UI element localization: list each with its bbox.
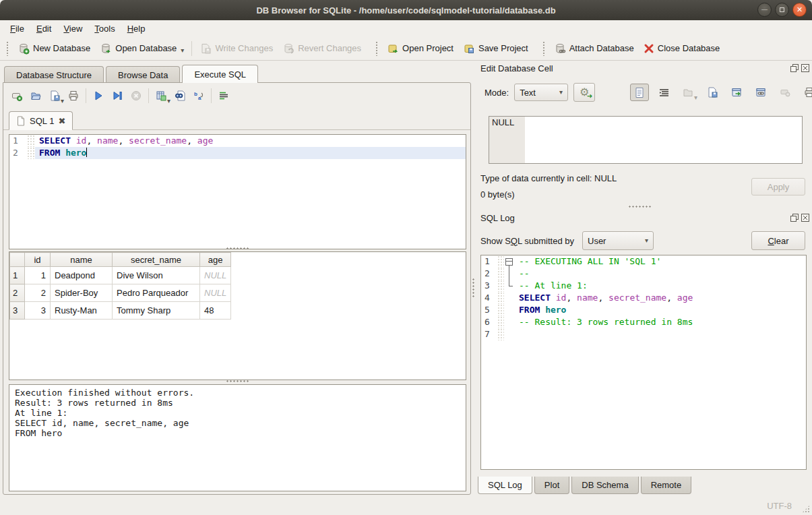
save-project-button[interactable]: Save Project <box>458 40 533 57</box>
resize-grip[interactable] <box>802 505 810 513</box>
tab-browse-data[interactable]: Browse Data <box>106 66 180 83</box>
panel-splitter-handle[interactable] <box>472 278 475 298</box>
sql-tab[interactable]: SQL 1 ✖ <box>9 111 73 130</box>
save-results-button[interactable]: ▾ <box>152 87 170 104</box>
table-cell[interactable]: 3 <box>25 302 51 320</box>
execute-all-button[interactable] <box>89 87 108 104</box>
code-line[interactable]: 3-- At line 1: <box>481 280 806 292</box>
tab-database-structure[interactable]: Database Structure <box>4 66 104 83</box>
table-cell[interactable]: Dive Wilson <box>113 267 200 284</box>
sql-code-editor[interactable]: 1SELECT id, name, secret_name, age2FROM … <box>9 134 466 249</box>
new-tab-icon <box>11 90 23 102</box>
clear-log-button[interactable]: Clear <box>751 231 805 250</box>
play-to-line-icon <box>111 90 123 102</box>
dropdown-caret-icon[interactable]: ▾ <box>181 47 184 54</box>
code-line[interactable]: 6-- Result: 3 rows returned in 8ms <box>481 316 806 328</box>
print-sql-button[interactable] <box>64 87 83 104</box>
fold-cell <box>504 328 515 340</box>
tab-plot[interactable]: Plot <box>534 477 569 494</box>
submitter-select[interactable]: User ▾ <box>582 231 654 250</box>
execute-line-button[interactable] <box>108 87 127 104</box>
table-cell[interactable]: Spider-Boy <box>51 284 113 302</box>
maximize-button[interactable] <box>775 3 789 17</box>
tab-remote[interactable]: Remote <box>641 477 692 494</box>
close-button[interactable]: ✕ <box>792 3 807 17</box>
save-sql-file-button[interactable]: ▾ <box>45 87 64 104</box>
text-mode-button[interactable] <box>630 84 649 101</box>
export-cell-data-button[interactable] <box>703 84 722 101</box>
splitter-handle[interactable] <box>226 380 249 383</box>
column-header-name[interactable]: name <box>51 253 113 267</box>
row-header[interactable]: 1 <box>10 267 25 284</box>
encoding-indicator[interactable]: UTF-8 <box>767 501 792 511</box>
fold-marker[interactable] <box>504 255 515 268</box>
code-line[interactable]: 1-- EXECUTING ALL IN 'SQL 1' <box>481 255 806 268</box>
toolbar-drag-handle[interactable] <box>542 41 546 56</box>
table-cell[interactable]: NULL <box>200 284 231 302</box>
corner-header[interactable] <box>10 253 25 267</box>
row-header[interactable]: 3 <box>10 302 25 320</box>
new-database-button[interactable]: New Database <box>13 40 95 57</box>
menu-view[interactable]: View <box>57 22 88 35</box>
dock-float-icon[interactable] <box>790 64 799 72</box>
code-line[interactable]: 2-- <box>481 268 806 280</box>
dock-close-icon[interactable] <box>801 64 809 72</box>
menu-tools[interactable]: Tools <box>88 22 121 35</box>
titlebar[interactable]: DB Browser for SQLite - /home/user/code/… <box>0 0 812 20</box>
open-in-external-button[interactable] <box>727 84 746 101</box>
sql-log-view[interactable]: 1-- EXECUTING ALL IN 'SQL 1'2--3-- At li… <box>480 255 807 470</box>
word-wrap-button[interactable] <box>214 87 233 104</box>
table-cell[interactable]: NULL <box>200 267 231 284</box>
dock-float-icon[interactable] <box>790 214 799 222</box>
open-sql-file-button[interactable] <box>26 87 45 104</box>
link-data-button[interactable] <box>751 84 770 101</box>
new-sql-tab-button[interactable] <box>7 87 26 104</box>
code-line[interactable]: 2FROM hero <box>9 147 466 159</box>
table-cell[interactable]: 48 <box>200 302 231 320</box>
column-header-id[interactable]: id <box>25 253 51 267</box>
tab-sql-log[interactable]: SQL Log <box>478 477 532 494</box>
code-line[interactable]: 7 <box>481 328 806 340</box>
tab-execute-sql[interactable]: Execute SQL <box>182 65 258 83</box>
cell-word-wrap-button[interactable] <box>654 84 673 101</box>
table-cell[interactable]: Deadpond <box>51 267 113 284</box>
menu-edit[interactable]: Edit <box>30 22 57 35</box>
table-cell[interactable]: Pedro Parqueador <box>113 284 200 302</box>
dock-close-icon[interactable] <box>801 214 809 222</box>
close-tab-icon[interactable]: ✖ <box>58 116 65 126</box>
table-cell[interactable]: Tommy Sharp <box>113 302 200 320</box>
column-header-age[interactable]: age <box>200 253 231 267</box>
open-database-button[interactable]: Open Database ▾ <box>95 40 189 57</box>
stop-button <box>127 87 146 104</box>
window-controls: — ✕ <box>757 3 807 17</box>
table-cell[interactable]: Rusty-Man <box>51 302 113 320</box>
cell-value-editor[interactable]: NULL <box>489 116 803 164</box>
code-line[interactable]: 4SELECT id, name, secret_name, age <box>481 292 806 304</box>
fold-margin <box>497 304 504 316</box>
print-cell-button[interactable] <box>800 84 812 101</box>
find-button[interactable] <box>170 87 189 104</box>
open-project-button[interactable]: Open Project <box>382 40 458 57</box>
dock-splitter-handle[interactable] <box>628 205 651 208</box>
table-row: 22Spider-BoyPedro ParqueadorNULL <box>10 284 231 302</box>
format-sql-button[interactable]: b a <box>189 87 208 104</box>
column-header-secret_name[interactable]: secret_name <box>113 253 200 267</box>
toolbar-drag-handle[interactable] <box>6 41 9 56</box>
code-line[interactable]: 1SELECT id, name, secret_name, age <box>9 135 466 147</box>
gear-arrow-icon: ➜ <box>587 93 592 100</box>
table-cell[interactable]: 2 <box>25 284 51 302</box>
attach-database-button[interactable]: Attach Database <box>549 40 639 57</box>
table-cell[interactable]: 1 <box>25 267 51 284</box>
code-line[interactable]: 5FROM hero <box>481 304 806 316</box>
tab-db-schema[interactable]: DB Schema <box>571 477 638 494</box>
auto-apply-button[interactable]: ⚙ ➜ <box>573 83 595 102</box>
mode-select[interactable]: Text ▾ <box>514 84 568 101</box>
minimize-button[interactable]: — <box>757 3 772 17</box>
splitter-handle[interactable] <box>226 247 249 250</box>
close-database-button[interactable]: Close Database <box>639 40 725 57</box>
save-results-icon <box>155 90 167 102</box>
menu-help[interactable]: Help <box>121 22 152 35</box>
menu-file[interactable]: File <box>4 22 30 35</box>
toolbar-drag-handle[interactable] <box>375 41 379 56</box>
row-header[interactable]: 2 <box>10 284 25 302</box>
